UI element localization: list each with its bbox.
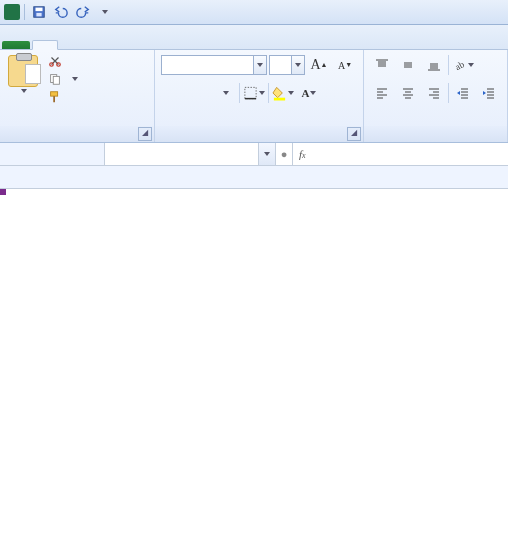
underline-button[interactable] <box>213 81 237 105</box>
svg-rect-6 <box>53 76 59 84</box>
decrease-font-icon[interactable]: A▼ <box>333 53 357 77</box>
font-color-button[interactable]: A <box>297 81 321 105</box>
cancel-formula-icon: ● <box>276 143 293 165</box>
borders-button[interactable] <box>242 81 266 105</box>
format-painter-icon <box>48 90 62 104</box>
annotation-box <box>0 189 6 195</box>
align-left-icon[interactable] <box>370 81 394 105</box>
align-top-icon[interactable] <box>370 53 394 77</box>
fill-color-button[interactable] <box>271 81 295 105</box>
svg-rect-2 <box>36 13 41 17</box>
save-icon[interactable] <box>29 2 49 22</box>
tab-review[interactable] <box>154 41 178 49</box>
ribbon: ◢ A▲ A▼ <box>0 50 508 143</box>
svg-rect-1 <box>36 8 43 12</box>
tab-view[interactable] <box>178 41 202 49</box>
paste-icon <box>8 55 38 87</box>
font-size-value <box>269 55 291 75</box>
svg-text:ab: ab <box>453 59 466 72</box>
paste-button[interactable] <box>6 53 40 123</box>
font-name-combo[interactable] <box>161 55 267 75</box>
ribbon-tabs <box>0 25 508 50</box>
name-box-dropdown[interactable] <box>258 143 275 165</box>
group-font: A▲ A▼ A <box>155 50 364 142</box>
redo-icon[interactable] <box>73 2 93 22</box>
clipboard-dialog-launcher[interactable]: ◢ <box>138 127 152 141</box>
group-alignment: ab <box>364 50 508 142</box>
scissors-icon <box>48 54 62 68</box>
tab-insert[interactable] <box>58 41 82 49</box>
undo-icon[interactable] <box>51 2 71 22</box>
bold-button[interactable] <box>161 81 185 105</box>
svg-rect-7 <box>51 92 58 96</box>
svg-rect-11 <box>274 98 285 101</box>
formula-input[interactable] <box>312 143 502 165</box>
tab-data[interactable] <box>130 41 154 49</box>
align-middle-icon[interactable] <box>396 53 420 77</box>
formula-bar: ● fx <box>0 143 508 166</box>
copy-button[interactable] <box>46 71 80 87</box>
cut-button[interactable] <box>46 53 80 69</box>
orientation-icon[interactable]: ab <box>451 53 475 77</box>
svg-rect-9 <box>245 87 256 98</box>
font-dialog-launcher[interactable]: ◢ <box>347 127 361 141</box>
qat-customize-icon[interactable] <box>95 2 115 22</box>
increase-font-icon[interactable]: A▲ <box>307 53 331 77</box>
group-clipboard: ◢ <box>0 50 155 142</box>
tab-page-layout[interactable] <box>82 41 106 49</box>
increase-indent-icon[interactable] <box>477 81 501 105</box>
title-bar <box>0 0 508 25</box>
tab-home[interactable] <box>32 40 58 50</box>
svg-rect-8 <box>53 96 55 102</box>
font-name-value <box>161 55 253 75</box>
align-right-icon[interactable] <box>422 81 446 105</box>
align-center-icon[interactable] <box>396 81 420 105</box>
italic-button[interactable] <box>187 81 211 105</box>
name-box-value <box>105 143 258 165</box>
format-painter-button[interactable] <box>46 89 80 105</box>
fx-icon[interactable]: fx <box>299 148 306 160</box>
decrease-indent-icon[interactable] <box>451 81 475 105</box>
tab-file[interactable] <box>2 41 30 49</box>
align-bottom-icon[interactable] <box>422 53 446 77</box>
font-size-combo[interactable] <box>269 55 305 75</box>
excel-app-icon[interactable] <box>4 4 20 20</box>
tab-formulas[interactable] <box>106 41 130 49</box>
name-box[interactable] <box>105 143 276 165</box>
copy-icon <box>48 72 62 86</box>
